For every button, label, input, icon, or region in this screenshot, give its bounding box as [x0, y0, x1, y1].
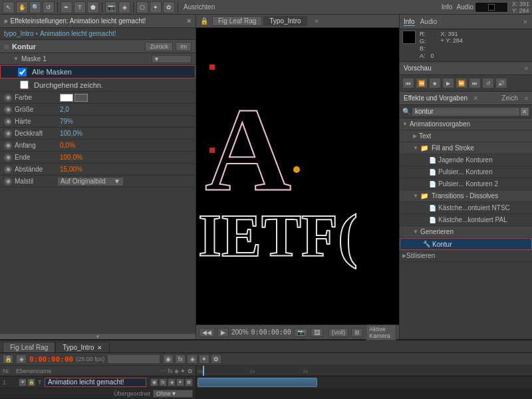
tree-kontur-item[interactable]: 🔧 Kontur [400, 238, 532, 250]
prev-first-btn[interactable]: ⏮ [402, 78, 414, 88]
tree-generieren[interactable]: ▼ Generieren [400, 226, 532, 238]
tree-kaestche-pal[interactable]: 📄 Kästche...kontuiert PAL [400, 214, 532, 226]
arrow-tool[interactable]: ↖ [3, 1, 15, 13]
frame-back-btn[interactable]: ◀◀ [199, 328, 215, 337]
tl-search-input[interactable] [107, 354, 160, 364]
prev-audio-btn[interactable]: 🔊 [495, 78, 507, 88]
zeich-tab[interactable]: Zeich [501, 94, 517, 102]
effekt-panel-close[interactable]: ✕ [186, 17, 192, 25]
col-icons-header: ⋯ fx ◈ ✦ ✿ [160, 368, 193, 374]
malstil-dropdown[interactable]: Auf Originalbild ▼ [57, 177, 124, 186]
abstaende-value[interactable]: 15,00% [57, 166, 192, 173]
anfang-value[interactable]: 0,0% [57, 142, 192, 149]
prev-stop-btn[interactable]: ■ [429, 78, 441, 88]
tl-curve-icon[interactable]: ◈ [187, 354, 198, 364]
pen-tool[interactable]: ✒ [61, 1, 72, 13]
malstil-anim-icon: ◉ [4, 178, 12, 186]
tree-fill-stroke[interactable]: ▼ 📁 Fill and Stroke [400, 142, 532, 154]
info-coords: R: G: B: A: 0 [400, 29, 532, 62]
tree-animationsvorgaben[interactable]: ▼ Animationsvorgaben [400, 118, 532, 130]
show-snapshot-btn[interactable]: 🖼 [311, 328, 323, 337]
audio-tab[interactable]: Audio [420, 18, 438, 25]
quality-dropdown[interactable]: (Voll) [329, 328, 349, 337]
tree-stilisieren[interactable]: ▶ Stilisieren [400, 250, 532, 262]
tl-playhead[interactable] [203, 366, 204, 376]
rotate-tool[interactable]: ↺ [43, 1, 55, 13]
mask-dropdown-icon: ▼ [154, 56, 160, 63]
layer-eye-icon[interactable]: 👁 [19, 378, 27, 386]
layer-puppet-icon[interactable]: ✿ [185, 378, 193, 386]
zurueck-button[interactable]: Zurück [145, 42, 173, 51]
zoom-tool[interactable]: 🔍 [29, 1, 41, 13]
ende-value[interactable]: 100,0% [57, 154, 192, 161]
mask-subheader: ▼ Maske 1 ▼ [0, 53, 196, 65]
tl-tab-close[interactable]: ✕ [97, 344, 102, 351]
play-btn[interactable]: ▶ [217, 328, 229, 337]
shape-tool[interactable]: ⬟ [87, 1, 99, 13]
layer-star-icon[interactable]: ✦ [176, 378, 184, 386]
prev-fwd-btn[interactable]: ⏩ [456, 78, 467, 88]
groesse-row: ◉ Größe 2,0 [0, 104, 196, 116]
tl-render-icon[interactable]: fx [175, 354, 186, 364]
layer-fx-icon[interactable]: fx [159, 378, 167, 386]
tl-tab-figleaf[interactable]: Fig Leaf Rag [3, 342, 55, 352]
comp-tab-typo[interactable]: Typo_Intro [263, 16, 307, 26]
tl-bar-1[interactable] [198, 378, 317, 387]
prev-play-btn[interactable]: ▶ [442, 78, 454, 88]
layer-name[interactable]: Animation leicht gemacht! [45, 378, 146, 387]
farbe-color-white[interactable] [60, 94, 73, 102]
tl-solo-icon[interactable]: ◈ [16, 354, 27, 364]
effekte-menu-icon[interactable]: ≡ [525, 95, 528, 102]
comp-tab-close[interactable]: ✕ [314, 18, 319, 25]
vorschau-menu-icon[interactable]: ≡ [525, 65, 528, 72]
tree-kaestche-ntsc[interactable]: 📄 Kästche...ontuiert NTSC [400, 202, 532, 214]
mask-dropdown[interactable]: ▼ [152, 55, 192, 63]
alle-masken-checkbox[interactable] [18, 68, 27, 76]
paint-tool[interactable]: ✦ [150, 1, 162, 13]
deckkraft-value[interactable]: 100,0% [57, 130, 192, 137]
search-input[interactable] [412, 107, 520, 116]
zoom-label[interactable]: 200% [231, 329, 249, 336]
camera-tool[interactable]: 📷 [105, 1, 117, 13]
breadcrumb-layer[interactable]: typo_Intro [4, 30, 33, 37]
prev-loop-btn[interactable]: ↺ [482, 78, 494, 88]
farbe-color-dark[interactable] [74, 94, 88, 102]
tree-text[interactable]: ▶ Text [400, 130, 532, 142]
ohne-dropdown[interactable]: Ohne ▼ [153, 390, 193, 398]
tl-motion-icon[interactable]: ✿ [211, 354, 221, 364]
tree-pulsier2[interactable]: 📄 Pulsier... Konturen 2 [400, 178, 532, 190]
resolution-btn[interactable]: ⊞ [351, 328, 363, 337]
prev-back-btn[interactable]: ⏪ [416, 78, 428, 88]
snapshot-btn[interactable]: 📷 [294, 328, 308, 337]
groesse-value[interactable]: 2,0 [57, 106, 192, 113]
info-tab[interactable]: Info [404, 18, 415, 26]
mask-tool[interactable]: ⬡ [136, 1, 148, 13]
breadcrumb-effect[interactable]: Animation leicht gemacht! [40, 30, 116, 37]
tl-graph-icon[interactable]: ✦ [199, 354, 209, 364]
tl-timecode[interactable]: 0:00:00:00 [29, 355, 73, 364]
text-tool[interactable]: T [74, 1, 86, 13]
tl-tab-typo[interactable]: Typo_Intro ✕ [55, 342, 109, 352]
tree-transitions[interactable]: ▼ 📁 Transitions - Dissolves [400, 190, 532, 202]
search-clear-button[interactable]: ✕ [520, 107, 529, 116]
tree-jagende[interactable]: 📄 Jagende Konturen [400, 154, 532, 166]
comp-tab-figleaf[interactable]: Fig Leaf Rag [212, 16, 262, 26]
null-tool[interactable]: ◈ [118, 1, 130, 13]
tl-lock-icon[interactable]: 🔒 [3, 354, 13, 364]
haerte-value[interactable]: 79% [57, 118, 192, 125]
tl-new-comp-icon[interactable]: ◉ [163, 354, 174, 364]
lock-icon: 🔒 [200, 17, 208, 25]
camera-label[interactable]: Aktive Kamera [366, 325, 396, 340]
layer-lock-icon[interactable]: 🔒 [27, 378, 35, 386]
layer-motion-icon[interactable]: ◉ [150, 378, 158, 386]
prev-last-btn[interactable]: ⏭ [469, 78, 481, 88]
puppet-tool[interactable]: ✿ [163, 1, 175, 13]
durchgehend-checkbox[interactable] [20, 80, 29, 89]
hand-tool[interactable]: ✋ [16, 1, 28, 13]
tree-pulsier1[interactable]: 📄 Pulsier... Konturen [400, 166, 532, 178]
layer-3d-icon[interactable]: ◈ [168, 378, 176, 386]
effect-icon-4: 📄 [429, 205, 436, 211]
im-button[interactable]: Im [176, 42, 192, 51]
breadcrumb: typo_Intro • Animation leicht gemacht! [0, 28, 196, 40]
info-close[interactable]: ✕ [523, 19, 528, 25]
